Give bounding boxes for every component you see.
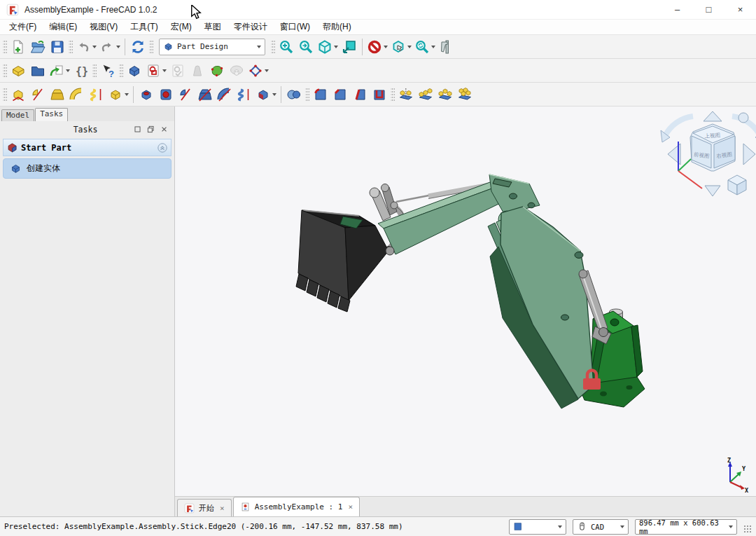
collapse-section-button[interactable] (157, 142, 168, 153)
subtractive-helix-icon (237, 87, 252, 102)
expression-editor-button[interactable]: {} (71, 61, 91, 81)
excavator-arm-assembly-model[interactable] (296, 174, 645, 408)
zoom-fit-selection-button[interactable] (296, 37, 316, 57)
create-sketch-button[interactable] (144, 61, 168, 81)
box-zoom-button[interactable] (340, 37, 359, 57)
navigation-cube[interactable]: 上视图 前视图 右视图 (661, 111, 756, 196)
open-document-button[interactable] (28, 37, 48, 57)
shape-binder-icon (209, 63, 225, 78)
model-bucket[interactable] (296, 210, 394, 312)
pocket-button[interactable] (136, 85, 156, 104)
sync-view-button[interactable] (413, 37, 437, 57)
menu-item-1[interactable]: 编辑(E) (43, 20, 83, 34)
close-window-button[interactable] (158, 124, 169, 135)
mini-cube-button[interactable] (728, 175, 746, 195)
toolbar-grip[interactable] (3, 63, 7, 78)
dropdown-caret-icon (407, 46, 412, 48)
create-part-button[interactable] (8, 61, 28, 81)
window-resize-grip[interactable] (743, 525, 752, 533)
subtractive-box-button[interactable] (254, 85, 278, 104)
new-document-button[interactable] (8, 37, 28, 57)
rotate-ccw-arrow[interactable] (743, 144, 755, 165)
subtractive-loft-button[interactable] (195, 85, 215, 104)
menu-item-8[interactable]: 帮助(H) (316, 20, 358, 34)
toolbar-grip[interactable] (149, 39, 153, 55)
toolbar-grip[interactable] (119, 63, 123, 78)
toolbar-grip[interactable] (271, 39, 275, 55)
document-tab-0[interactable]: 开始× (177, 499, 232, 516)
toolbar-grip[interactable] (69, 39, 73, 55)
draw-style-selector[interactable] (509, 519, 566, 535)
toolbar-grip[interactable] (391, 87, 395, 102)
thickness-button[interactable] (370, 85, 389, 104)
boolean-operation-button[interactable] (284, 85, 304, 104)
task-section-start-part[interactable]: Start Part (3, 139, 172, 156)
dock-window-button[interactable] (132, 124, 143, 135)
tilt-up-arrow[interactable] (704, 111, 722, 121)
toolbar-grip[interactable] (3, 39, 7, 55)
create-body-button[interactable] (125, 61, 144, 81)
document-tab-1[interactable]: AssemblyExample : 1× (233, 497, 360, 516)
toolbar-grip[interactable] (305, 87, 309, 102)
workbench-selector[interactable]: Part Design (159, 39, 265, 55)
clipping-plane-button[interactable] (365, 37, 389, 57)
create-group-button[interactable] (28, 61, 48, 81)
multitransform-button[interactable] (455, 85, 475, 104)
shape-binder-button[interactable] (207, 61, 227, 81)
panel-tab-tasks[interactable]: Tasks (35, 108, 68, 121)
subtractive-pipe-button[interactable] (215, 85, 234, 104)
3d-viewport[interactable]: 上视图 前视图 右视图 (175, 106, 756, 496)
panel-tab-model[interactable]: Model (1, 109, 34, 121)
task-item-create-body[interactable]: 创建实体 (3, 158, 172, 179)
float-window-button[interactable] (145, 124, 156, 135)
revolution-button[interactable] (28, 85, 48, 104)
save-document-button[interactable] (48, 37, 67, 57)
maximize-button[interactable]: □ (693, 0, 724, 19)
close-tab-button[interactable]: × (348, 502, 353, 511)
menu-item-2[interactable]: 视图(V) (83, 20, 124, 34)
refresh-button[interactable] (128, 37, 148, 57)
additive-pipe-button[interactable] (67, 85, 87, 104)
mirrored-button[interactable] (396, 85, 416, 104)
menu-item-5[interactable]: 草图 (198, 20, 227, 34)
pad-button[interactable] (8, 85, 28, 104)
toolbar-grip[interactable] (3, 87, 7, 102)
chamfer-button[interactable] (330, 85, 350, 104)
measure-button[interactable] (437, 37, 456, 57)
draft-button[interactable] (350, 85, 370, 104)
additive-helix-button[interactable] (87, 85, 106, 104)
minimize-button[interactable]: – (662, 0, 693, 19)
map-sketch-icon (190, 63, 205, 78)
menu-item-0[interactable]: 文件(F) (3, 20, 43, 34)
make-link-button[interactable] (48, 61, 71, 81)
additive-loft-button[interactable] (48, 85, 67, 104)
hole-button[interactable] (156, 85, 176, 104)
undo-button[interactable] (74, 37, 98, 57)
linear-pattern-button[interactable] (416, 85, 435, 104)
primitive-box-button[interactable] (106, 85, 130, 104)
menu-item-6[interactable]: 零件设计 (227, 20, 274, 34)
isometric-view-button[interactable] (316, 37, 340, 57)
polar-pattern-button[interactable] (435, 85, 455, 104)
nav-cube-menu-button[interactable] (738, 113, 748, 123)
toolbar-grip[interactable] (92, 63, 97, 78)
close-button[interactable]: × (724, 0, 756, 19)
menu-item-3[interactable]: 工具(T) (124, 20, 164, 34)
view-dimensions-selector[interactable]: 896.47 mm x 600.63 mm (635, 519, 737, 535)
box-element-selection-button[interactable] (389, 37, 413, 57)
menu-item-7[interactable]: 窗口(W) (274, 20, 316, 34)
dropdown-caret-icon (265, 69, 269, 72)
navigation-style-selector[interactable]: CAD (573, 519, 629, 535)
tilt-down-arrow[interactable] (705, 186, 720, 196)
close-tab-button[interactable]: × (220, 504, 225, 513)
create-datum-button[interactable] (246, 61, 270, 81)
additive-loft-icon (50, 87, 65, 102)
whats-this-button[interactable]: ? (98, 61, 118, 81)
fillet-button[interactable] (311, 85, 330, 104)
menu-item-4[interactable]: 宏(M) (164, 20, 198, 34)
draft-icon (352, 87, 368, 102)
zoom-fit-all-button[interactable] (276, 37, 296, 57)
subtractive-helix-button[interactable] (234, 85, 254, 104)
groove-button[interactable] (176, 85, 195, 104)
redo-button[interactable] (98, 37, 122, 57)
